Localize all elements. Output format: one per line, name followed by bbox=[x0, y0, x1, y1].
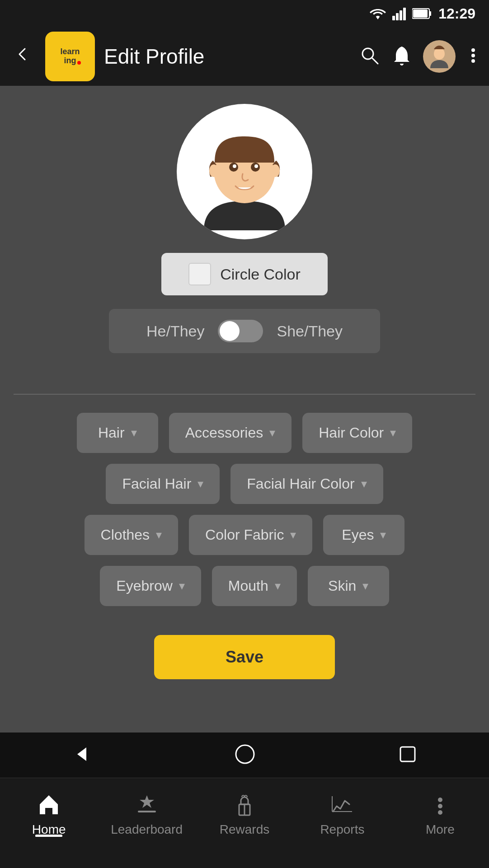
skin-label: Skin bbox=[328, 578, 356, 594]
nav-leaderboard[interactable]: Leaderboard bbox=[98, 792, 195, 837]
svg-point-20 bbox=[271, 164, 280, 177]
avatar-section: Circle Color He/They She/They bbox=[109, 104, 380, 376]
svg-point-21 bbox=[236, 745, 254, 763]
hair-color-button[interactable]: Hair Color ▾ bbox=[302, 413, 412, 453]
wifi-icon bbox=[370, 8, 386, 19]
hair-color-label: Hair Color bbox=[319, 425, 384, 441]
nav-home[interactable]: Home bbox=[0, 792, 98, 837]
custom-row-1: Hair ▾ Accessories ▾ Hair Color ▾ bbox=[77, 413, 413, 453]
mouth-label: Mouth bbox=[228, 578, 268, 594]
battery-icon bbox=[412, 8, 432, 19]
rewards-icon bbox=[232, 792, 257, 817]
svg-point-26 bbox=[438, 804, 442, 808]
hair-chevron: ▾ bbox=[131, 426, 137, 440]
accessories-button[interactable]: Accessories ▾ bbox=[169, 413, 292, 453]
svg-rect-1 bbox=[396, 13, 399, 20]
custom-row-3: Clothes ▾ Color Fabric ▾ Eyes ▾ bbox=[85, 515, 405, 555]
svg-rect-3 bbox=[403, 8, 406, 20]
custom-row-4: Eyebrow ▾ Mouth ▾ Skin ▾ bbox=[100, 566, 389, 606]
android-recents-button[interactable] bbox=[397, 743, 418, 767]
status-icons: 12:29 bbox=[370, 5, 475, 22]
svg-point-9 bbox=[434, 48, 445, 60]
svg-rect-5 bbox=[429, 11, 431, 16]
clothes-label: Clothes bbox=[101, 527, 150, 543]
facial-hair-color-chevron: ▾ bbox=[361, 477, 367, 491]
save-btn-wrapper: Save bbox=[14, 635, 475, 679]
android-back-button[interactable] bbox=[71, 743, 93, 767]
clothes-button[interactable]: Clothes ▾ bbox=[85, 515, 179, 555]
svg-rect-6 bbox=[413, 9, 428, 18]
svg-point-25 bbox=[438, 798, 442, 802]
svg-rect-22 bbox=[400, 747, 415, 761]
page-title: Edit Profile bbox=[104, 44, 350, 69]
avatar-character bbox=[186, 113, 303, 239]
accessories-label: Accessories bbox=[185, 425, 263, 441]
nav-rewards[interactable]: Rewards bbox=[196, 792, 293, 837]
svg-point-18 bbox=[254, 164, 258, 168]
android-home-button[interactable] bbox=[234, 743, 256, 767]
color-fabric-label: Color Fabric bbox=[205, 527, 284, 543]
hair-button[interactable]: Hair ▾ bbox=[77, 413, 158, 453]
divider bbox=[14, 394, 475, 395]
eyebrow-chevron: ▾ bbox=[179, 579, 185, 593]
skin-button[interactable]: Skin ▾ bbox=[308, 566, 389, 606]
customization-grid: Hair ▾ Accessories ▾ Hair Color ▾ Facial… bbox=[14, 413, 475, 679]
circle-color-button[interactable]: Circle Color bbox=[161, 253, 328, 295]
gender-she-they: She/They bbox=[277, 322, 343, 340]
skin-chevron: ▾ bbox=[362, 579, 368, 593]
color-swatch bbox=[188, 263, 211, 285]
mouth-chevron: ▾ bbox=[275, 579, 281, 593]
facial-hair-button[interactable]: Facial Hair ▾ bbox=[106, 464, 220, 504]
android-nav bbox=[0, 733, 489, 778]
mouth-button[interactable]: Mouth ▾ bbox=[212, 566, 297, 606]
svg-point-27 bbox=[438, 810, 442, 815]
gender-toggle: He/They She/They bbox=[109, 309, 380, 353]
svg-point-10 bbox=[471, 48, 475, 52]
main-content: Circle Color He/They She/They Hair ▾ Acc… bbox=[0, 86, 489, 808]
facial-hair-color-label: Facial Hair Color bbox=[247, 476, 354, 492]
facial-hair-color-button[interactable]: Facial Hair Color ▾ bbox=[230, 464, 383, 504]
svg-rect-0 bbox=[392, 16, 395, 20]
hair-label: Hair bbox=[98, 425, 125, 441]
more-icon bbox=[431, 792, 449, 817]
home-icon bbox=[36, 792, 61, 817]
active-indicator bbox=[35, 835, 62, 837]
back-button[interactable] bbox=[9, 41, 36, 72]
gender-toggle-switch[interactable] bbox=[218, 320, 263, 342]
color-fabric-button[interactable]: Color Fabric ▾ bbox=[189, 515, 312, 555]
svg-rect-23 bbox=[138, 811, 156, 812]
toggle-knob bbox=[220, 321, 240, 341]
reports-icon bbox=[329, 792, 355, 817]
search-button[interactable] bbox=[359, 45, 381, 68]
avatar-preview bbox=[177, 104, 312, 239]
nav-more[interactable]: More bbox=[391, 792, 489, 837]
eyes-label: Eyes bbox=[342, 527, 374, 543]
nav-more-label: More bbox=[426, 822, 455, 837]
accessories-chevron: ▾ bbox=[269, 426, 275, 440]
user-avatar[interactable] bbox=[423, 40, 456, 73]
facial-hair-label: Facial Hair bbox=[122, 476, 191, 492]
nav-reports[interactable]: Reports bbox=[293, 792, 391, 837]
nav-rewards-label: Rewards bbox=[220, 822, 269, 837]
nav-leaderboard-label: Leaderboard bbox=[111, 822, 183, 837]
eyebrow-button[interactable]: Eyebrow ▾ bbox=[100, 566, 201, 606]
nav-icons bbox=[359, 40, 480, 73]
eyebrow-label: Eyebrow bbox=[116, 578, 173, 594]
status-bar: 12:29 bbox=[0, 0, 489, 27]
svg-point-7 bbox=[362, 48, 373, 59]
circle-color-label: Circle Color bbox=[220, 266, 301, 283]
svg-point-19 bbox=[209, 164, 218, 177]
eyes-chevron: ▾ bbox=[380, 528, 386, 542]
signal-icon bbox=[392, 7, 406, 20]
svg-point-12 bbox=[471, 59, 475, 63]
save-button[interactable]: Save bbox=[154, 635, 335, 679]
clothes-chevron: ▾ bbox=[156, 528, 162, 542]
svg-point-11 bbox=[471, 54, 475, 57]
menu-button[interactable] bbox=[466, 45, 480, 68]
bottom-nav: Home Leaderboard Rewards Reports bbox=[0, 778, 489, 868]
status-time: 12:29 bbox=[438, 5, 475, 22]
top-nav: learn ing Edit Profile bbox=[0, 27, 489, 86]
svg-rect-2 bbox=[400, 10, 402, 20]
notifications-button[interactable] bbox=[391, 45, 412, 68]
eyes-button[interactable]: Eyes ▾ bbox=[323, 515, 404, 555]
